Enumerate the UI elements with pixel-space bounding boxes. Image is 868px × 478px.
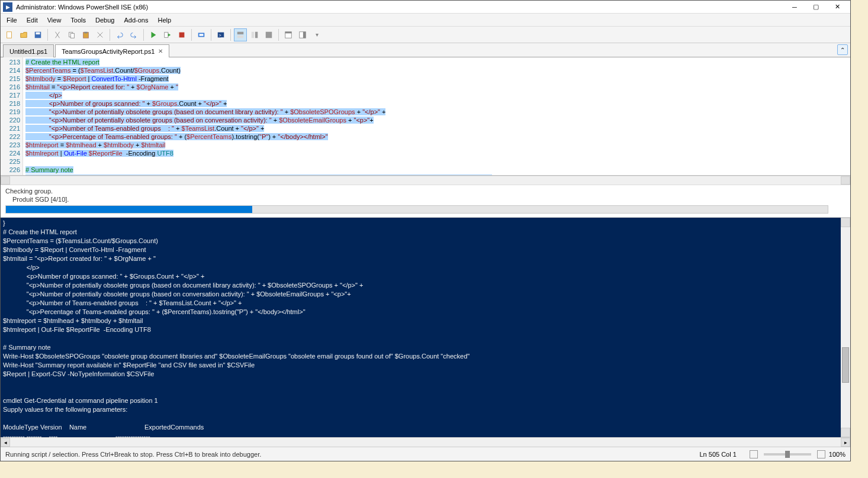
scroll-down-button[interactable] [841, 428, 850, 437]
line-gutter: 2132142152162172182192202212222232242252… [1, 57, 23, 175]
svg-rect-0 [7, 31, 12, 38]
help-button[interactable]: ▾ [310, 28, 323, 41]
menu-help[interactable]: Help [153, 15, 176, 25]
svg-rect-17 [266, 31, 272, 38]
zoom-thumb[interactable] [785, 451, 790, 458]
svg-rect-4 [70, 33, 74, 38]
clear-button[interactable] [94, 28, 107, 41]
editor-hscrollbar[interactable] [1, 176, 850, 185]
svg-rect-7 [165, 32, 168, 37]
maximize-button[interactable]: ▢ [805, 1, 827, 13]
menu-edit[interactable]: Edit [22, 15, 43, 25]
paste-button[interactable] [79, 28, 92, 41]
svg-rect-14 [237, 35, 244, 37]
app-icon: ▶ [3, 2, 12, 12]
svg-rect-19 [285, 31, 292, 33]
tab-teamsreport[interactable]: TeamsGroupsActivityReport.ps1 ✕ [55, 44, 169, 57]
scroll-left-button[interactable] [1, 176, 10, 185]
scroll-right-button[interactable]: ▸ [841, 438, 850, 447]
menu-file[interactable]: File [2, 15, 22, 25]
svg-rect-13 [237, 31, 244, 34]
tabstrip: Untitled1.ps1 TeamsGroupsActivityReport.… [1, 43, 850, 57]
zoom-out-button[interactable] [750, 450, 758, 458]
close-button[interactable]: ✕ [827, 1, 848, 13]
cursor-position: Ln 505 Col 1 [699, 451, 736, 458]
svg-rect-6 [84, 31, 87, 33]
svg-rect-8 [179, 32, 185, 37]
minimize-button[interactable]: ─ [784, 1, 805, 13]
menu-tools[interactable]: Tools [66, 15, 91, 25]
script-editor[interactable]: 2132142152162172182192202212222232242252… [1, 57, 850, 176]
open-button[interactable] [17, 28, 30, 41]
menubar: File Edit View Tools Debug Add-ons Help [1, 14, 850, 27]
tab-untitled1[interactable]: Untitled1.ps1 [3, 44, 54, 57]
progress-title: Checking group. [5, 188, 846, 195]
scroll-track[interactable] [10, 176, 841, 185]
console-hscrollbar[interactable]: ◂ ▸ [1, 437, 850, 447]
run-button[interactable] [147, 28, 160, 41]
new-button[interactable] [3, 28, 16, 41]
scroll-left-button[interactable]: ◂ [1, 438, 10, 447]
copy-button[interactable] [65, 28, 78, 41]
app-window: ▶ Administrator: Windows PowerShell ISE … [0, 0, 851, 461]
tab-close-icon[interactable]: ✕ [158, 48, 163, 54]
code-content[interactable]: # Create the HTML report$PercentTeams = … [23, 57, 850, 175]
status-message: Running script / selection. Press Ctrl+B… [5, 451, 699, 458]
zoom-slider[interactable] [764, 453, 811, 456]
scroll-track[interactable] [10, 438, 841, 447]
run-selection-button[interactable] [161, 28, 174, 41]
titlebar: ▶ Administrator: Windows PowerShell ISE … [1, 1, 850, 14]
svg-rect-16 [255, 31, 258, 38]
toolbar: >_ ▾ [1, 27, 850, 43]
tab-label: TeamsGroupsActivityReport.ps1 [62, 48, 155, 55]
console-output[interactable]: } # Create the HTML report $PercentTeams… [1, 218, 850, 437]
save-button[interactable] [31, 28, 44, 41]
scroll-right-button[interactable] [841, 176, 850, 185]
tab-label: Untitled1.ps1 [9, 48, 47, 55]
menu-debug[interactable]: Debug [91, 15, 119, 25]
zoom-in-button[interactable] [817, 450, 825, 458]
scroll-up-button[interactable] [841, 218, 850, 227]
addons-pane-button[interactable] [296, 28, 309, 41]
scroll-thumb[interactable] [842, 347, 849, 383]
layout-top-button[interactable] [234, 28, 247, 41]
redo-button[interactable] [127, 28, 140, 41]
progress-fill [6, 206, 252, 213]
progress-bar [5, 205, 828, 214]
undo-button[interactable] [113, 28, 126, 41]
svg-rect-15 [252, 31, 254, 38]
statusbar: Running script / selection. Press Ctrl+B… [1, 447, 850, 461]
menu-view[interactable]: View [43, 15, 66, 25]
layout-right-button[interactable] [248, 28, 261, 41]
svg-rect-21 [303, 31, 306, 38]
svg-rect-2 [36, 32, 40, 34]
menu-addons[interactable]: Add-ons [119, 15, 153, 25]
scroll-track[interactable] [841, 227, 850, 428]
console-vscrollbar[interactable] [841, 218, 850, 437]
console-wrap: } # Create the HTML report $PercentTeams… [1, 218, 850, 447]
progress-status: Produit SGD [4/10]. [5, 196, 846, 203]
zoom-level: 100% [829, 451, 846, 458]
stop-button[interactable] [175, 28, 188, 41]
cut-button[interactable] [51, 28, 64, 41]
window-title: Administrator: Windows PowerShell ISE (x… [16, 4, 784, 11]
svg-text:>_: >_ [219, 33, 224, 37]
powershell-button[interactable]: >_ [214, 28, 227, 41]
expand-script-pane-button[interactable]: ⌃ [837, 44, 848, 55]
remote-button[interactable] [195, 28, 208, 41]
layout-max-button[interactable] [262, 28, 275, 41]
progress-pane: Checking group. Produit SGD [4/10]. [1, 185, 850, 218]
console-text: } # Create the HTML report $PercentTeams… [3, 219, 484, 437]
commands-button[interactable] [282, 28, 295, 41]
svg-rect-10 [200, 34, 204, 36]
